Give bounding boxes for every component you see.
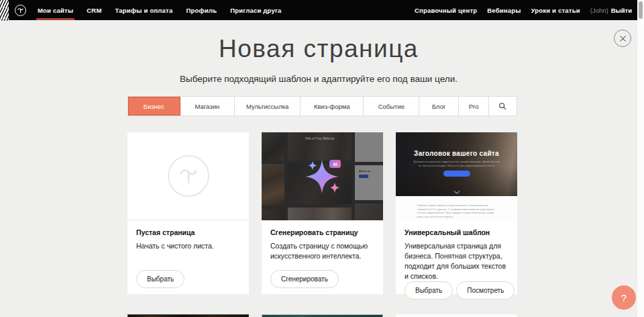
tab-blog[interactable]: Блог bbox=[419, 97, 459, 116]
card-title: Сгенерировать страницу bbox=[270, 228, 374, 236]
card-ai-generate[interactable]: Title of Your Website About us bbox=[262, 132, 383, 294]
card-actions: Выбрать bbox=[136, 270, 240, 288]
template-preview: Заголовок вашего сайта Добавьте интересн… bbox=[396, 132, 517, 220]
scrollbar-thumb[interactable] bbox=[639, 1, 643, 19]
card-title: Пустая страница bbox=[136, 228, 240, 236]
template-paragraph: Коротко представьтесь и расскажите о ком… bbox=[417, 203, 496, 218]
ai-preview-collage: Title of Your Website About us bbox=[262, 132, 383, 220]
card-description: Начать с чистого листа. bbox=[136, 241, 242, 251]
user-name: (John) bbox=[590, 7, 608, 14]
tab-quiz-form[interactable]: Квиз-форма bbox=[301, 97, 364, 116]
help-bubble-button[interactable]: ? bbox=[612, 285, 636, 310]
tab-pro[interactable]: Pro bbox=[459, 97, 489, 116]
tilda-watermark-icon bbox=[177, 165, 200, 187]
card-actions: Сгенерировать bbox=[270, 270, 374, 288]
card-universal-template[interactable]: Заголовок вашего сайта Добавьте интересн… bbox=[396, 132, 517, 294]
chevron-down-icon bbox=[453, 191, 460, 194]
nav-item-my-sites[interactable]: Мои сайты bbox=[38, 0, 73, 20]
template-hero-subtext: Добавьте интересные подробности о вашей … bbox=[413, 160, 501, 167]
next-template-card[interactable] bbox=[262, 314, 383, 317]
next-template-card[interactable] bbox=[396, 314, 517, 317]
generate-button[interactable]: Сгенерировать bbox=[270, 270, 339, 288]
blank-page-preview bbox=[127, 132, 249, 220]
edge-pattern-decoration bbox=[0, 0, 9, 21]
page-subtitle: Выберите подходящий шаблон и адаптируйте… bbox=[0, 74, 637, 84]
card-blank-page[interactable]: Пустая страница Начать с чистого листа. … bbox=[127, 132, 249, 294]
card-description: Универсальная страница для бизнеса. Поня… bbox=[405, 241, 511, 281]
template-cards-row: Пустая страница Начать с чистого листа. … bbox=[127, 132, 517, 294]
nav-item-webinars[interactable]: Вебинары bbox=[487, 0, 521, 20]
choose-blank-button[interactable]: Выбрать bbox=[136, 270, 184, 288]
ai-sparkle-icon bbox=[329, 182, 340, 193]
choose-template-button[interactable]: Выбрать bbox=[405, 281, 453, 300]
tab-event[interactable]: Событие bbox=[364, 97, 419, 116]
topbar-right-nav: Справочный центр Вебинары Уроки и статьи… bbox=[415, 0, 632, 20]
user-logout[interactable]: (John) Выйти bbox=[590, 7, 632, 14]
card-body: Пустая страница Начать с чистого листа. … bbox=[127, 220, 249, 294]
template-hero-heading: Заголовок вашего сайта bbox=[396, 132, 517, 157]
template-text-section: Коротко представьтесь и расскажите о ком… bbox=[396, 196, 517, 220]
tab-multilink[interactable]: Мультиссылка bbox=[235, 97, 301, 116]
template-category-tabs: Бизнес Магазин Мультиссылка Квиз-форма С… bbox=[127, 96, 517, 116]
nav-item-profile[interactable]: Профиль bbox=[186, 0, 217, 20]
template-hero-button bbox=[443, 171, 470, 177]
card-body: Сгенерировать страницу Создать страницу … bbox=[262, 220, 383, 294]
card-body: Универсальный шаблон Универсальная стран… bbox=[396, 220, 517, 306]
tilda-logo-icon bbox=[17, 7, 24, 14]
topbar-left-nav: Мои сайты CRM Тарифы и оплата Профиль Пр… bbox=[38, 0, 282, 20]
card-actions: Выбрать Посмотреть bbox=[405, 281, 508, 300]
tilda-watermark bbox=[168, 155, 209, 197]
template-hero: Заголовок вашего сайта Добавьте интересн… bbox=[396, 132, 517, 196]
nav-item-lessons-articles[interactable]: Уроки и статьи bbox=[531, 0, 580, 20]
magnifier-icon bbox=[498, 102, 506, 110]
preview-template-button[interactable]: Посмотреть bbox=[456, 281, 515, 300]
next-template-row bbox=[127, 314, 517, 317]
tab-search[interactable] bbox=[489, 97, 517, 116]
card-description: Создать страницу с помощью искусственног… bbox=[270, 241, 376, 261]
ai-sparkle-icon bbox=[308, 161, 317, 171]
nav-item-help-center[interactable]: Справочный центр bbox=[415, 0, 477, 20]
scrollbar-track[interactable] bbox=[637, 0, 644, 317]
page-title: Новая страница bbox=[0, 35, 637, 63]
app-screen: Мои сайты CRM Тарифы и оплата Профиль Пр… bbox=[0, 0, 644, 317]
tab-store[interactable]: Магазин bbox=[180, 97, 235, 116]
ai-badge: AI bbox=[329, 160, 341, 168]
next-template-card[interactable] bbox=[127, 314, 249, 317]
tilda-logo[interactable] bbox=[15, 5, 26, 16]
tab-business[interactable]: Бизнес bbox=[128, 97, 180, 116]
nav-item-plans-payment[interactable]: Тарифы и оплата bbox=[115, 0, 173, 20]
nav-item-invite-friend[interactable]: Пригласи друга bbox=[230, 0, 281, 20]
nav-item-crm[interactable]: CRM bbox=[87, 0, 101, 20]
card-title: Универсальный шаблон bbox=[405, 228, 508, 236]
topbar: Мои сайты CRM Тарифы и оплата Профиль Пр… bbox=[9, 0, 637, 20]
logout-link[interactable]: Выйти bbox=[611, 7, 632, 14]
